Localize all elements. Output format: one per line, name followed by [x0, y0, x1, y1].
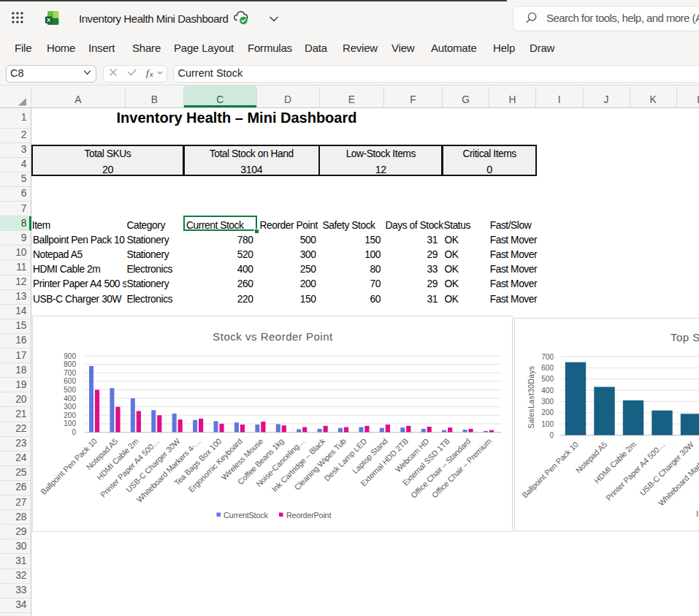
svg-text:900: 900 [64, 352, 76, 360]
svg-text:Stock vs Reorder Point: Stock vs Reorder Point [213, 330, 333, 343]
svg-text:Top Sellers (Last 30 Days): Top Sellers (Last 30 Days) [671, 330, 699, 343]
svg-text:CurrentStock: CurrentStock [224, 511, 268, 520]
svg-text:600: 600 [64, 377, 76, 385]
svg-text:ReorderPoint: ReorderPoint [286, 511, 331, 520]
svg-text:100: 100 [64, 419, 76, 427]
svg-text:700: 700 [64, 369, 76, 377]
svg-text:500: 500 [64, 386, 76, 394]
svg-text:700: 700 [541, 352, 554, 360]
svg-text:400: 400 [64, 395, 76, 403]
svg-text:300: 300 [64, 403, 76, 411]
svg-text:800: 800 [64, 360, 76, 368]
svg-text:400: 400 [541, 386, 554, 394]
svg-text:600: 600 [541, 363, 554, 371]
svg-text:200: 200 [541, 408, 554, 417]
svg-text:500: 500 [541, 375, 554, 383]
svg-text:100: 100 [541, 419, 554, 427]
svg-text:SalesLast30Days: SalesLast30Days [527, 365, 535, 428]
svg-text:Item: Item [696, 509, 699, 518]
svg-text:x: x [149, 71, 153, 78]
svg-text:0: 0 [72, 428, 76, 436]
svg-text:300: 300 [541, 397, 554, 405]
svg-text:200: 200 [64, 411, 76, 419]
svg-text:X: X [47, 17, 51, 23]
svg-text:0: 0 [549, 431, 554, 439]
